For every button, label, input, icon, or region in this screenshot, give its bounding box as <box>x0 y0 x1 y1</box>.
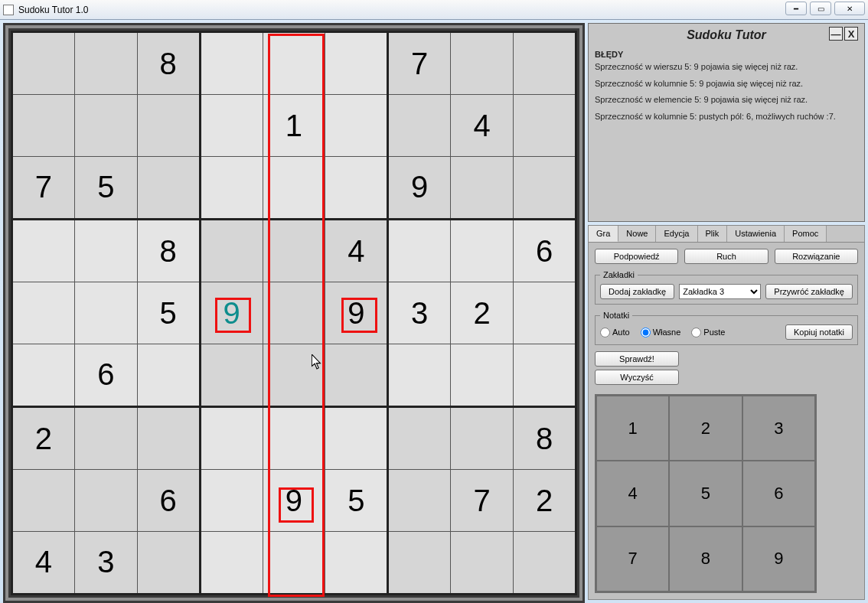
numpad-2[interactable]: 2 <box>669 396 742 461</box>
sudoku-grid[interactable]: 8714759846599326286957243 <box>11 31 577 595</box>
sudoku-cell[interactable] <box>137 344 200 406</box>
sudoku-cell[interactable] <box>200 95 263 157</box>
solve-button[interactable]: Rozwiązanie <box>775 249 858 264</box>
sudoku-cell[interactable] <box>388 344 451 406</box>
bookmark-select[interactable]: Zakładka 3 <box>679 284 761 299</box>
sudoku-cell[interactable]: 8 <box>137 32 200 95</box>
sudoku-cell[interactable] <box>325 407 388 470</box>
restore-bookmark-button[interactable]: Przywróć zakładkę <box>765 284 853 299</box>
tab-ustawienia[interactable]: Ustawienia <box>727 226 785 242</box>
sudoku-cell[interactable]: 2 <box>451 282 514 344</box>
sudoku-cell[interactable] <box>200 32 263 95</box>
check-button[interactable]: Sprawdź! <box>595 351 679 367</box>
sudoku-cell[interactable] <box>388 531 451 594</box>
sudoku-cell[interactable]: 2 <box>514 470 576 532</box>
window-maximize-button[interactable]: ▭ <box>810 2 831 15</box>
sudoku-cell[interactable]: 8 <box>137 220 200 282</box>
sudoku-cell[interactable] <box>325 531 388 594</box>
sudoku-cell[interactable] <box>263 344 325 406</box>
sudoku-cell[interactable] <box>263 32 325 95</box>
sudoku-cell[interactable] <box>74 95 137 157</box>
sudoku-cell[interactable]: 1 <box>263 95 325 157</box>
sudoku-cell[interactable] <box>263 531 325 594</box>
sudoku-cell[interactable] <box>325 344 388 406</box>
sudoku-cell[interactable] <box>514 95 576 157</box>
sudoku-cell[interactable]: 6 <box>514 220 576 282</box>
sudoku-cell[interactable] <box>12 344 75 406</box>
sudoku-cell[interactable] <box>514 156 576 219</box>
tab-edycja[interactable]: Edycja <box>656 226 697 242</box>
sudoku-cell[interactable] <box>12 220 75 282</box>
tab-nowe[interactable]: Nowe <box>618 226 656 242</box>
window-close-button[interactable]: ✕ <box>834 2 865 15</box>
sudoku-cell[interactable] <box>325 156 388 219</box>
sudoku-cell[interactable] <box>388 95 451 157</box>
sudoku-cell[interactable] <box>74 282 137 344</box>
sudoku-cell[interactable]: 7 <box>12 156 75 219</box>
sudoku-cell[interactable]: 4 <box>12 531 75 594</box>
sudoku-cell[interactable] <box>325 32 388 95</box>
numpad-8[interactable]: 8 <box>669 526 742 592</box>
sudoku-cell[interactable] <box>263 407 325 470</box>
sudoku-cell[interactable]: 4 <box>325 220 388 282</box>
sudoku-cell[interactable] <box>137 531 200 594</box>
sudoku-cell[interactable]: 3 <box>388 282 451 344</box>
sudoku-cell[interactable]: 9 <box>388 156 451 219</box>
sudoku-cell[interactable] <box>200 407 263 470</box>
notes-radio-puste[interactable]: Puste <box>691 328 725 337</box>
info-minimize-button[interactable]: — <box>829 27 843 41</box>
sudoku-cell[interactable] <box>12 32 75 95</box>
sudoku-cell[interactable] <box>325 95 388 157</box>
sudoku-cell[interactable]: 5 <box>325 470 388 532</box>
sudoku-cell[interactable] <box>263 156 325 219</box>
sudoku-cell[interactable]: 7 <box>451 470 514 532</box>
clear-button[interactable]: Wyczyść <box>595 370 679 385</box>
sudoku-cell[interactable]: 7 <box>388 32 451 95</box>
sudoku-cell[interactable] <box>200 470 263 532</box>
sudoku-cell[interactable] <box>263 220 325 282</box>
window-minimize-button[interactable]: ━ <box>785 2 807 15</box>
sudoku-cell[interactable]: 6 <box>74 344 137 406</box>
sudoku-cell[interactable] <box>74 220 137 282</box>
sudoku-cell[interactable] <box>514 282 576 344</box>
sudoku-cell[interactable] <box>200 220 263 282</box>
sudoku-cell[interactable] <box>514 531 576 594</box>
sudoku-cell[interactable] <box>200 156 263 219</box>
sudoku-cell[interactable]: 5 <box>137 282 200 344</box>
numpad-7[interactable]: 7 <box>596 526 669 592</box>
sudoku-cell[interactable] <box>200 344 263 406</box>
info-close-button[interactable]: X <box>844 27 858 41</box>
notes-radio-auto[interactable]: Auto <box>600 328 630 337</box>
copy-notes-button[interactable]: Kopiuj notatki <box>785 324 853 340</box>
sudoku-cell[interactable] <box>388 220 451 282</box>
sudoku-cell[interactable] <box>137 156 200 219</box>
hint-button[interactable]: Podpowiedź <box>595 249 678 264</box>
sudoku-cell[interactable] <box>12 282 75 344</box>
tab-pomoc[interactable]: Pomoc <box>785 226 827 242</box>
sudoku-cell[interactable] <box>200 531 263 594</box>
numpad-6[interactable]: 6 <box>742 461 815 526</box>
numpad-4[interactable]: 4 <box>596 461 669 526</box>
sudoku-cell[interactable] <box>451 220 514 282</box>
sudoku-cell[interactable]: 9 <box>263 470 325 532</box>
sudoku-cell[interactable]: 3 <box>74 531 137 594</box>
sudoku-cell[interactable] <box>388 407 451 470</box>
sudoku-cell[interactable]: 6 <box>137 470 200 532</box>
tab-gra[interactable]: Gra <box>589 226 618 242</box>
numpad-9[interactable]: 9 <box>742 526 815 592</box>
move-button[interactable]: Ruch <box>684 249 768 264</box>
sudoku-cell[interactable] <box>137 407 200 470</box>
sudoku-cell[interactable]: 4 <box>451 95 514 157</box>
sudoku-cell[interactable] <box>74 407 137 470</box>
sudoku-cell[interactable] <box>514 344 576 406</box>
sudoku-cell[interactable] <box>74 32 137 95</box>
notes-radio-własne[interactable]: Własne <box>641 328 681 337</box>
sudoku-cell[interactable] <box>137 95 200 157</box>
numpad-5[interactable]: 5 <box>669 461 742 526</box>
sudoku-cell[interactable]: 8 <box>514 407 576 470</box>
tab-plik[interactable]: Plik <box>698 226 728 242</box>
numpad-1[interactable]: 1 <box>596 396 669 461</box>
sudoku-cell[interactable]: 9 <box>200 282 263 344</box>
sudoku-cell[interactable] <box>263 282 325 344</box>
sudoku-cell[interactable] <box>451 344 514 406</box>
